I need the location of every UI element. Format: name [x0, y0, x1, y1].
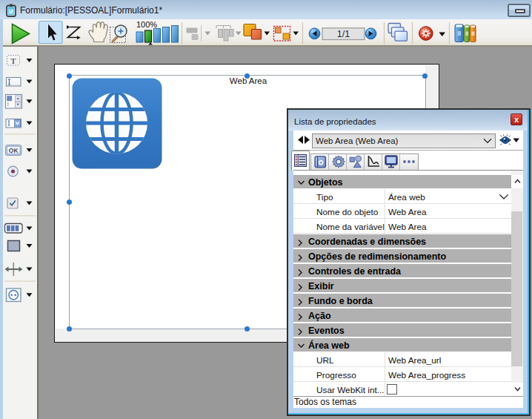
- svg-text:100%: 100%: [136, 20, 157, 29]
- svg-text:T: T: [10, 56, 16, 65]
- svg-text:OK: OK: [9, 147, 19, 154]
- svg-text:1/1: 1/1: [337, 29, 350, 39]
